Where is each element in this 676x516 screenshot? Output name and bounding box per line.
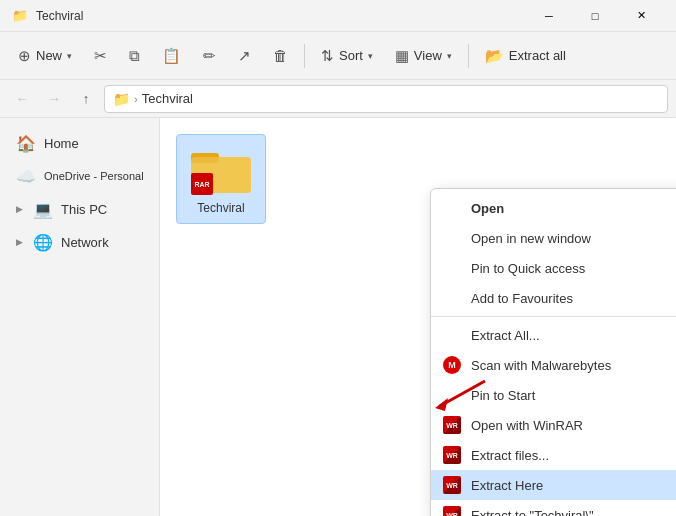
address-bar: ← → ↑ 📁 › Techviral	[0, 80, 676, 118]
back-button[interactable]: ←	[8, 85, 36, 113]
view-chevron: ▾	[447, 51, 452, 61]
toolbar: ⊕ New ▾ ✂ ⧉ 📋 ✏ ↗ 🗑 ⇅ Sort ▾ ▦ View ▾ 📂 …	[0, 32, 676, 80]
ctx-extract-here-label: Extract Here	[471, 478, 676, 493]
sidebar-item-onedrive[interactable]: ☁️ OneDrive - Personal	[4, 160, 155, 192]
network-icon: 🌐	[33, 233, 53, 252]
folder-icon: 📁	[113, 91, 130, 107]
new-chevron: ▾	[67, 51, 72, 61]
home-icon: 🏠	[16, 134, 36, 153]
ctx-sep-1	[431, 316, 676, 317]
delete-button[interactable]: 🗑	[263, 38, 298, 74]
window-icon: 📁	[12, 8, 28, 24]
paste-icon: 📋	[162, 47, 181, 65]
toolbar-separator-2	[468, 44, 469, 68]
view-icon: ▦	[395, 47, 409, 65]
sidebar-item-label-home: Home	[44, 136, 79, 151]
sort-icon: ⇅	[321, 47, 334, 65]
extract-all-button[interactable]: 📂 Extract all	[475, 38, 576, 74]
file-area: RAR Techviral Open Open in new window Pi…	[160, 118, 676, 516]
ctx-open[interactable]: Open	[431, 193, 676, 223]
window-controls: ─ □ ✕	[526, 0, 664, 32]
sort-chevron: ▾	[368, 51, 373, 61]
ctx-extract-to-icon: WR	[443, 506, 461, 516]
sidebar-item-network[interactable]: ▶ 🌐 Network	[4, 226, 155, 258]
extract-icon: 📂	[485, 47, 504, 65]
ctx-extract-to-label: Extract to "Techviral\"	[471, 508, 676, 517]
forward-button[interactable]: →	[40, 85, 68, 113]
ctx-pin-start-label: Pin to Start	[471, 388, 676, 403]
maximize-button[interactable]: □	[572, 0, 618, 32]
up-button[interactable]: ↑	[72, 85, 100, 113]
ctx-extract-files[interactable]: WR Extract files...	[431, 440, 676, 470]
paste-button[interactable]: 📋	[152, 38, 191, 74]
ctx-open-icon	[443, 199, 461, 217]
new-button[interactable]: ⊕ New ▾	[8, 38, 82, 74]
plus-icon: ⊕	[18, 47, 31, 65]
ctx-add-favourites[interactable]: Add to Favourites	[431, 283, 676, 313]
ctx-extract-all-label: Extract All...	[471, 328, 676, 343]
rename-button[interactable]: ✏	[193, 38, 226, 74]
ctx-extract-here[interactable]: WR Extract Here	[431, 470, 676, 500]
breadcrumb-bar[interactable]: 📁 › Techviral	[104, 85, 668, 113]
ctx-extract-files-icon: WR	[443, 446, 461, 464]
toolbar-separator	[304, 44, 305, 68]
ctx-open-winrar[interactable]: WR Open with WinRAR	[431, 410, 676, 440]
sidebar-item-label-thispc: This PC	[61, 202, 107, 217]
delete-icon: 🗑	[273, 47, 288, 64]
window-title: Techviral	[36, 9, 83, 23]
ctx-open-winrar-label: Open with WinRAR	[471, 418, 676, 433]
file-label-techviral: Techviral	[197, 201, 244, 215]
extract-all-label: Extract all	[509, 48, 566, 63]
folder-icon-wrap: RAR	[189, 143, 253, 197]
ctx-add-fav-label: Add to Favourites	[471, 291, 676, 306]
thispc-icon: 💻	[33, 200, 53, 219]
ctx-extract-files-label: Extract files...	[471, 448, 676, 463]
ctx-malware-icon: M	[443, 356, 461, 374]
sidebar-item-thispc[interactable]: ▶ 💻 This PC	[4, 193, 155, 225]
view-button[interactable]: ▦ View ▾	[385, 38, 462, 74]
sidebar: 🏠 Home ☁️ OneDrive - Personal ▶ 💻 This P…	[0, 118, 160, 516]
main-area: 🏠 Home ☁️ OneDrive - Personal ▶ 💻 This P…	[0, 118, 676, 516]
expand-icon-thispc: ▶	[16, 204, 23, 214]
ctx-open-new-window[interactable]: Open in new window	[431, 223, 676, 253]
ctx-open-new-window-label: Open in new window	[471, 231, 676, 246]
ctx-scan-malware-label: Scan with Malwarebytes	[471, 358, 676, 373]
ctx-pin-start[interactable]: Pin to Start	[431, 380, 676, 410]
expand-icon-network: ▶	[16, 237, 23, 247]
ctx-pin-start-icon	[443, 386, 461, 404]
file-item-techviral[interactable]: RAR Techviral	[176, 134, 266, 224]
title-bar: 📁 Techviral ─ □ ✕	[0, 0, 676, 32]
ctx-scan-malware[interactable]: M Scan with Malwarebytes	[431, 350, 676, 380]
rename-icon: ✏	[203, 47, 216, 65]
ctx-open-new-window-icon	[443, 229, 461, 247]
cut-icon: ✂	[94, 47, 107, 65]
copy-icon: ⧉	[129, 47, 140, 65]
sidebar-item-label-network: Network	[61, 235, 109, 250]
ctx-open-label: Open	[471, 201, 676, 216]
ctx-winrar-icon: WR	[443, 416, 461, 434]
sort-button[interactable]: ⇅ Sort ▾	[311, 38, 383, 74]
close-button[interactable]: ✕	[618, 0, 664, 32]
ctx-extract-all-icon	[443, 326, 461, 344]
cut-button[interactable]: ✂	[84, 38, 117, 74]
copy-button[interactable]: ⧉	[119, 38, 150, 74]
ctx-pin-quick-access[interactable]: Pin to Quick access	[431, 253, 676, 283]
ctx-extract-here-icon: WR	[443, 476, 461, 494]
ctx-extract-to[interactable]: WR Extract to "Techviral\"	[431, 500, 676, 516]
onedrive-icon: ☁️	[16, 167, 36, 186]
ctx-pin-quick-icon	[443, 259, 461, 277]
context-menu: Open Open in new window Pin to Quick acc…	[430, 188, 676, 516]
sidebar-item-label-onedrive: OneDrive - Personal	[44, 170, 144, 182]
sidebar-item-home[interactable]: 🏠 Home	[4, 127, 155, 159]
ctx-pin-quick-label: Pin to Quick access	[471, 261, 676, 276]
new-label: New	[36, 48, 62, 63]
breadcrumb-folder-name: Techviral	[142, 91, 193, 106]
share-toolbar-button[interactable]: ↗	[228, 38, 261, 74]
ctx-add-fav-icon	[443, 289, 461, 307]
zip-badge: RAR	[191, 173, 213, 195]
ctx-extract-all[interactable]: Extract All...	[431, 320, 676, 350]
view-label: View	[414, 48, 442, 63]
sort-label: Sort	[339, 48, 363, 63]
share-toolbar-icon: ↗	[238, 47, 251, 65]
minimize-button[interactable]: ─	[526, 0, 572, 32]
